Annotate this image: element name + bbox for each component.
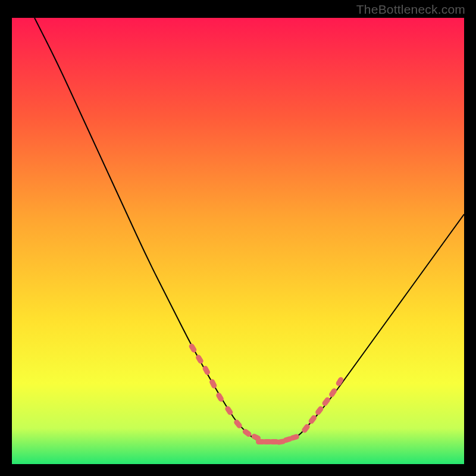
- watermark-text: TheBottleneck.com: [356, 2, 465, 17]
- chart-svg: [12, 18, 464, 464]
- chart-plot-area: [12, 18, 464, 464]
- chart-background: [12, 18, 464, 464]
